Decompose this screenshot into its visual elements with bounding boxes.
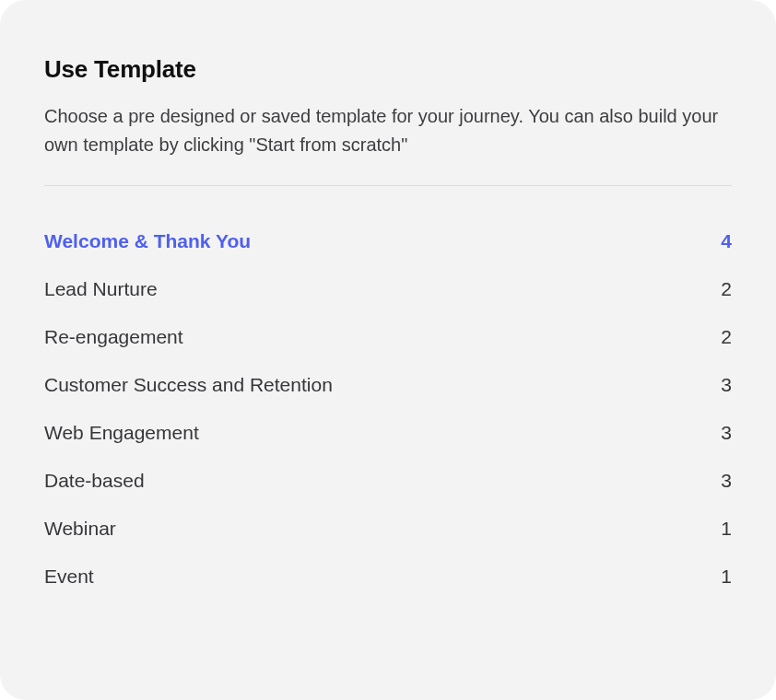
category-label: Welcome & Thank You (44, 230, 251, 252)
category-label: Event (44, 566, 94, 588)
category-list: Welcome & Thank You4Lead Nurture2Re-enga… (44, 217, 732, 601)
category-count: 2 (721, 278, 732, 300)
category-label: Re-engagement (44, 326, 183, 348)
page-title: Use Template (44, 55, 732, 84)
category-count: 4 (721, 230, 732, 252)
category-item[interactable]: Webinar1 (44, 505, 732, 553)
divider (44, 185, 732, 186)
template-picker-card: Use Template Choose a pre designed or sa… (0, 0, 776, 700)
category-item[interactable]: Re-engagement2 (44, 313, 732, 361)
page-description: Choose a pre designed or saved template … (44, 102, 726, 159)
category-item[interactable]: Web Engagement3 (44, 409, 732, 457)
category-count: 3 (721, 470, 732, 492)
category-label: Web Engagement (44, 422, 199, 444)
category-count: 3 (721, 374, 732, 396)
category-item[interactable]: Welcome & Thank You4 (44, 217, 732, 265)
category-label: Webinar (44, 518, 116, 540)
category-label: Date-based (44, 470, 145, 492)
category-count: 2 (721, 326, 732, 348)
category-item[interactable]: Event1 (44, 553, 732, 601)
category-item[interactable]: Lead Nurture2 (44, 265, 732, 313)
category-count: 3 (721, 422, 732, 444)
category-item[interactable]: Customer Success and Retention3 (44, 361, 732, 409)
category-item[interactable]: Date-based3 (44, 457, 732, 505)
category-count: 1 (721, 518, 732, 540)
category-count: 1 (721, 566, 732, 588)
category-label: Customer Success and Retention (44, 374, 333, 396)
category-label: Lead Nurture (44, 278, 158, 300)
